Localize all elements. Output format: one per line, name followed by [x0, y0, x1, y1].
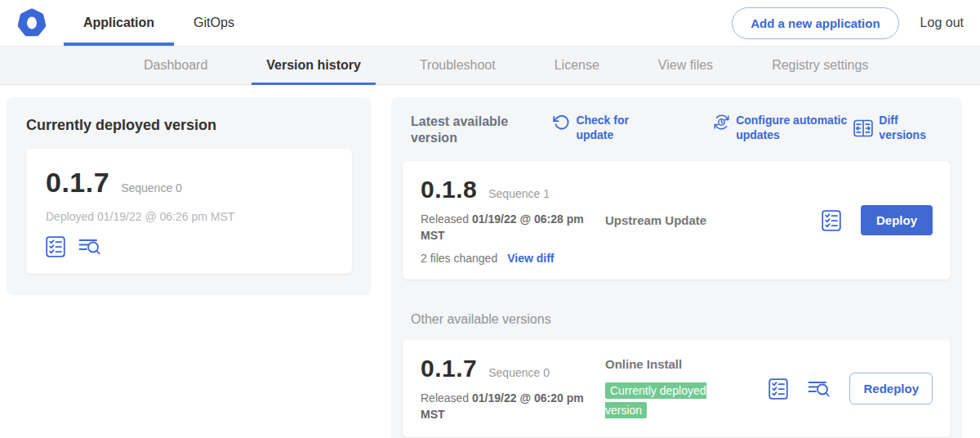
other-version-card: 0.1.7 Sequence 0 Released 01/19/22 @ 06:… — [403, 340, 951, 437]
check-for-update-button[interactable]: Check for update — [553, 114, 666, 142]
latest-version-card: 0.1.8 Sequence 1 Released 01/19/22 @ 06:… — [403, 161, 951, 279]
currently-deployed-panel: Currently deployed version 0.1.7 Sequenc… — [7, 97, 372, 295]
view-logs-icon[interactable] — [78, 236, 100, 257]
preflight-checks-icon[interactable] — [822, 210, 841, 231]
deploy-button[interactable]: Deploy — [861, 205, 933, 235]
subnav-dashboard[interactable]: Dashboard — [114, 47, 237, 84]
latest-sequence-label: Sequence 1 — [488, 187, 550, 200]
subnav-registry-settings[interactable]: Registry settings — [742, 47, 898, 84]
deployed-version-card: 0.1.7 Sequence 0 Deployed 01/19/22 @ 06:… — [26, 149, 352, 274]
deployed-sequence-label: Sequence 0 — [121, 181, 182, 194]
other-released-timestamp: Released 01/19/22 @ 06:20 pm MST — [421, 391, 594, 422]
view-logs-icon[interactable] — [808, 378, 830, 400]
logout-link[interactable]: Log out — [920, 16, 964, 30]
deployed-version-number: 0.1.7 — [46, 167, 109, 199]
available-versions-panel: Latest available version Check for updat… — [391, 97, 962, 438]
tab-gitops-label: GitOps — [194, 16, 234, 30]
tab-application-label: Application — [83, 16, 154, 30]
files-changed-label: 2 files changed — [421, 252, 497, 265]
main-content: Currently deployed version 0.1.7 Sequenc… — [0, 85, 980, 438]
subnav-troubleshoot[interactable]: Troubleshoot — [390, 47, 525, 84]
deployed-panel-title: Currently deployed version — [26, 117, 352, 134]
view-diff-link[interactable]: View diff — [507, 252, 554, 265]
tab-application[interactable]: Application — [64, 0, 174, 46]
tab-gitops[interactable]: GitOps — [174, 0, 254, 46]
other-sequence-label: Sequence 0 — [488, 366, 550, 379]
latest-source-label: Upstream Update — [605, 213, 756, 227]
latest-version-number: 0.1.8 — [421, 176, 477, 203]
subnav-version-history[interactable]: Version history — [237, 47, 390, 84]
subnav-license[interactable]: License — [525, 47, 629, 84]
latest-released-timestamp: Released 01/19/22 @ 06:28 pm MST — [421, 212, 594, 244]
primary-tabs: Application GitOps — [64, 0, 254, 46]
latest-available-title: Latest available version — [411, 114, 515, 146]
preflight-checks-icon[interactable] — [768, 378, 788, 400]
subnav-view-files[interactable]: View files — [629, 47, 742, 84]
redeploy-button[interactable]: Redeploy — [849, 373, 933, 404]
other-source-label: Online Install — [605, 357, 756, 371]
app-logo-icon[interactable] — [16, 7, 47, 38]
top-header: Application GitOps Add a new application… — [0, 0, 980, 47]
other-version-number: 0.1.7 — [421, 355, 477, 382]
currently-deployed-badge: Currently deployed version — [605, 382, 706, 418]
schedule-update-icon — [713, 114, 730, 131]
other-versions-title: Other available versions — [411, 312, 951, 327]
diff-icon — [853, 119, 873, 137]
refresh-icon — [553, 114, 570, 131]
app-subnav: Dashboard Version history Troubleshoot L… — [0, 47, 980, 85]
preflight-checks-icon[interactable] — [46, 236, 65, 257]
diff-versions-button[interactable]: Diff versions — [853, 114, 946, 142]
configure-automatic-updates-button[interactable]: Configure automatic updates — [713, 114, 853, 142]
add-new-application-button[interactable]: Add a new application — [732, 7, 898, 39]
deployed-timestamp: Deployed 01/19/22 @ 06:26 pm MST — [46, 210, 332, 223]
